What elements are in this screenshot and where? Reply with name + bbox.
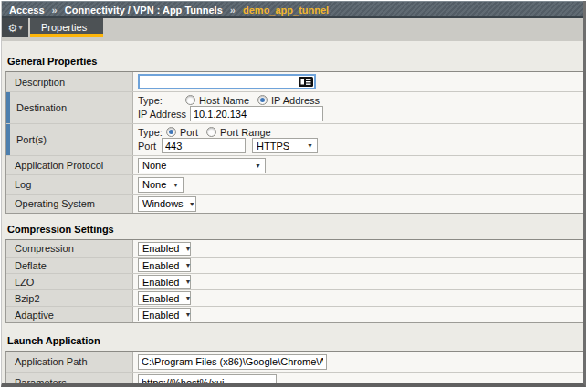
parameters-label: Parameters — [6, 373, 133, 387]
ports-label: Port(s) — [6, 124, 133, 155]
description-input[interactable] — [138, 74, 316, 89]
bzip2-label: Bzip2 — [6, 290, 133, 306]
operating-system-value: Windows — [142, 198, 184, 209]
port-range-radio[interactable] — [206, 127, 216, 137]
port-range-radio-label: Port Range — [220, 127, 271, 138]
compression-value: Enabled — [142, 243, 179, 254]
row-deflate: Deflate Enabled ▼ — [6, 257, 583, 273]
host-name-radio-label: Host Name — [199, 95, 249, 106]
dropdown-arrow-icon: ▼ — [184, 246, 191, 252]
application-protocol-select[interactable]: None ▼ — [138, 158, 266, 173]
ip-address-radio-label: IP Address — [271, 95, 320, 106]
row-operating-system: Operating System Windows ▼ — [6, 194, 583, 213]
gear-icon: ⚙ — [8, 23, 18, 34]
operating-system-select[interactable]: Windows ▼ — [138, 196, 196, 212]
operating-system-label: Operating System — [6, 194, 133, 213]
dropdown-arrow-icon: ▼ — [173, 182, 179, 188]
port-service-value: HTTPS — [257, 141, 289, 152]
adaptive-select[interactable]: Enabled ▼ — [138, 308, 191, 321]
launch-application-table: Application Path Parameters — [5, 351, 583, 387]
deflate-value: Enabled — [142, 260, 179, 271]
port-type-label: Type: — [138, 127, 163, 138]
log-select[interactable]: None ▼ — [138, 177, 184, 193]
compression-select[interactable]: Enabled ▼ — [138, 242, 191, 256]
adaptive-value: Enabled — [142, 310, 179, 321]
adaptive-label: Adaptive — [6, 307, 133, 322]
application-path-label: Application Path — [6, 352, 133, 372]
lzo-value: Enabled — [142, 277, 179, 288]
dropdown-arrow-icon: ▼ — [184, 311, 191, 318]
deflate-select[interactable]: Enabled ▼ — [138, 258, 191, 272]
port-radio-label: Port — [180, 127, 198, 138]
tab-strip: ⚙ ▾ Properties — [2, 18, 583, 41]
port-field-label: Port — [138, 141, 158, 152]
row-destination: Destination Type: Host Name IP Address I… — [6, 91, 583, 123]
destination-type-label: Type: — [138, 95, 182, 106]
port-radio[interactable] — [166, 127, 176, 137]
row-ports: Port(s) Type: Port Port Range Port — [6, 123, 583, 155]
section-title-compression: Compression Settings — [7, 224, 580, 235]
dropdown-arrow-icon: ▼ — [189, 201, 195, 207]
lzo-label: LZO — [6, 274, 133, 289]
dropdown-arrow-icon: ▼ — [307, 142, 313, 149]
ip-address-radio[interactable] — [257, 95, 268, 105]
application-path-input[interactable] — [138, 354, 327, 370]
lzo-select[interactable]: Enabled ▼ — [138, 275, 191, 289]
bzip2-value: Enabled — [142, 293, 179, 304]
row-compression: Compression Enabled ▼ — [6, 240, 583, 257]
parameters-input[interactable] — [138, 374, 277, 387]
row-parameters: Parameters — [6, 372, 583, 387]
dropdown-arrow-icon: ▼ — [184, 279, 191, 285]
host-name-radio[interactable] — [185, 95, 195, 105]
section-title-general: General Properties — [7, 56, 580, 67]
application-protocol-label: Application Protocol — [6, 156, 133, 174]
row-application-protocol: Application Protocol None ▼ — [6, 155, 583, 174]
chevron-down-icon: ▾ — [18, 25, 22, 32]
bzip2-select[interactable]: Enabled ▼ — [138, 291, 191, 305]
row-lzo: LZO Enabled ▼ — [6, 273, 583, 289]
row-log: Log None ▼ — [6, 174, 583, 194]
port-input[interactable] — [162, 138, 246, 153]
row-adaptive: Adaptive Enabled ▼ — [6, 306, 583, 322]
breadcrumb: Access » Connectivity / VPN : App Tunnel… — [2, 1, 583, 18]
breadcrumb-separator-icon: » — [52, 5, 58, 16]
compression-label: Compression — [6, 240, 133, 257]
dropdown-arrow-icon: ▼ — [184, 295, 191, 301]
breadcrumb-section[interactable]: Connectivity / VPN : App Tunnels — [65, 5, 223, 16]
page-content: General Properties Description — [2, 41, 583, 387]
section-title-launch: Launch Application — [7, 335, 580, 346]
ip-address-field-label: IP Address — [138, 109, 186, 120]
port-service-select[interactable]: HTTPS ▼ — [252, 138, 318, 153]
compression-settings-table: Compression Enabled ▼ Deflate Enabled ▼ — [5, 239, 583, 323]
log-value: None — [142, 179, 166, 190]
settings-menu-button[interactable]: ⚙ ▾ — [2, 18, 28, 37]
dropdown-arrow-icon: ▼ — [255, 163, 261, 169]
app-window: Access » Connectivity / VPN : App Tunnel… — [1, 1, 586, 387]
screenshot-frame: Access » Connectivity / VPN : App Tunnel… — [0, 0, 588, 389]
row-application-path: Application Path — [6, 352, 583, 372]
tab-properties[interactable]: Properties — [30, 18, 103, 37]
application-protocol-value: None — [142, 160, 166, 171]
breadcrumb-current: demo_app_tunnel — [243, 5, 329, 16]
tab-properties-label: Properties — [41, 22, 87, 33]
deflate-label: Deflate — [6, 258, 133, 273]
destination-label: Destination — [6, 92, 133, 123]
general-properties-table: Description — [5, 71, 583, 214]
row-bzip2: Bzip2 Enabled ▼ — [6, 289, 583, 306]
input-helper-icon[interactable] — [299, 77, 313, 87]
description-label: Description — [6, 72, 133, 91]
breadcrumb-root[interactable]: Access — [9, 5, 45, 16]
ip-address-input[interactable] — [190, 106, 323, 121]
dropdown-arrow-icon: ▼ — [184, 262, 191, 268]
log-label: Log — [6, 175, 133, 194]
row-description: Description — [6, 72, 583, 91]
breadcrumb-separator-icon: » — [230, 5, 236, 16]
